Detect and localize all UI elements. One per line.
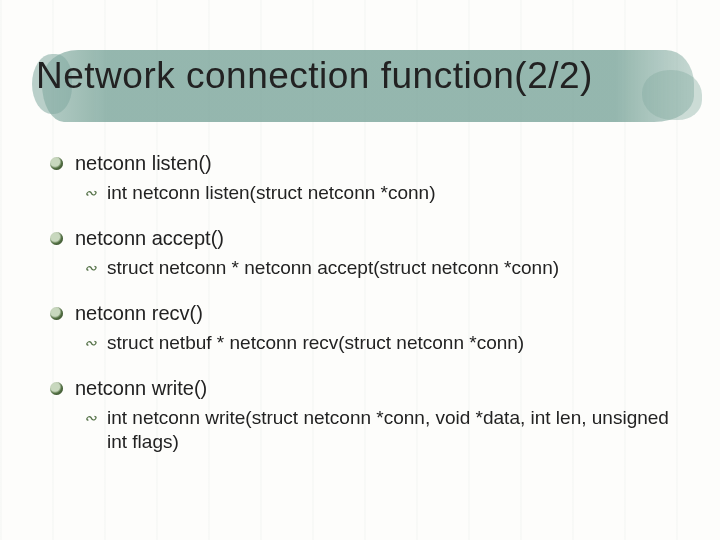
content-area: netconn listen() ∾ int netconn listen(st… bbox=[50, 152, 680, 476]
list-item: netconn write() ∾ int netconn write(stru… bbox=[50, 377, 680, 454]
function-signature: int netconn write(struct netconn *conn, … bbox=[107, 406, 680, 454]
list-item: netconn listen() ∾ int netconn listen(st… bbox=[50, 152, 680, 205]
sphere-bullet-icon bbox=[50, 382, 63, 395]
function-signature: struct netbuf * netconn recv(struct netc… bbox=[107, 331, 524, 355]
function-name: netconn listen() bbox=[75, 152, 212, 175]
sphere-bullet-icon bbox=[50, 232, 63, 245]
title-area: Network connection function(2/2) bbox=[30, 44, 702, 122]
level2-row: ∾ int netconn listen(struct netconn *con… bbox=[84, 181, 680, 205]
function-signature: struct netconn * netconn accept(struct n… bbox=[107, 256, 559, 280]
tilde-bullet-icon: ∾ bbox=[84, 406, 97, 430]
tilde-bullet-icon: ∾ bbox=[84, 181, 97, 205]
level2-row: ∾ int netconn write(struct netconn *conn… bbox=[84, 406, 680, 454]
tilde-bullet-icon: ∾ bbox=[84, 256, 97, 280]
list-item: netconn recv() ∾ struct netbuf * netconn… bbox=[50, 302, 680, 355]
tilde-bullet-icon: ∾ bbox=[84, 331, 97, 355]
level1-row: netconn recv() bbox=[50, 302, 680, 325]
function-name: netconn recv() bbox=[75, 302, 203, 325]
list-item: netconn accept() ∾ struct netconn * netc… bbox=[50, 227, 680, 280]
function-name: netconn write() bbox=[75, 377, 207, 400]
level1-row: netconn listen() bbox=[50, 152, 680, 175]
level2-row: ∾ struct netconn * netconn accept(struct… bbox=[84, 256, 680, 280]
level1-row: netconn accept() bbox=[50, 227, 680, 250]
function-name: netconn accept() bbox=[75, 227, 224, 250]
level2-row: ∾ struct netbuf * netconn recv(struct ne… bbox=[84, 331, 680, 355]
slide-title: Network connection function(2/2) bbox=[30, 44, 702, 97]
sphere-bullet-icon bbox=[50, 157, 63, 170]
sphere-bullet-icon bbox=[50, 307, 63, 320]
function-signature: int netconn listen(struct netconn *conn) bbox=[107, 181, 435, 205]
level1-row: netconn write() bbox=[50, 377, 680, 400]
